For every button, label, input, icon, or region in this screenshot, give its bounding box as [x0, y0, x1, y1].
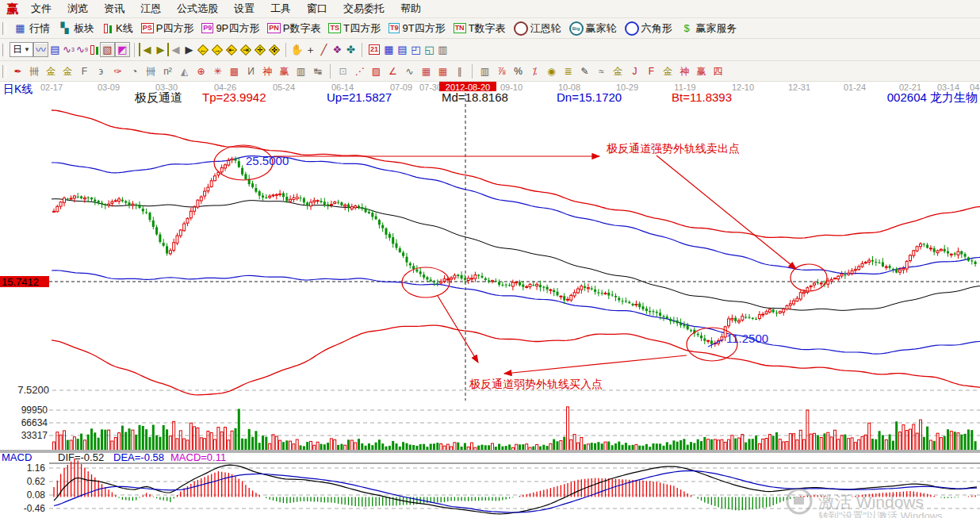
cycle-tool-icon[interactable]: ✤ — [344, 43, 358, 56]
time-cycle-icon[interactable]: ◔ — [126, 64, 143, 79]
golden-section-icon[interactable]: 金 — [43, 64, 59, 79]
menu-item-browse[interactable]: 浏览 — [59, 2, 96, 14]
menu-item-trade-order[interactable]: 交易委托 — [335, 2, 392, 14]
chart-canvas[interactable]: 极反通道Tp=23.9942Up=21.5827Md=18.8168Dn=15.… — [0, 91, 980, 518]
f-angle-icon[interactable]: F — [643, 64, 660, 79]
gann-ruler-icon[interactable]: 卌 — [26, 64, 43, 79]
layout-icon[interactable]: 〰 — [33, 42, 48, 57]
quickbar-gann-wheel-button[interactable]: 江恩轮 — [510, 21, 565, 36]
save-icon[interactable]: ◰ — [409, 43, 423, 56]
wave-3-icon[interactable]: ∿3 — [62, 43, 75, 56]
web-page-icon[interactable]: ◱ — [423, 43, 436, 56]
fan-lines-icon[interactable]: ⋰ — [351, 64, 368, 79]
golden-angle-icon[interactable]: 金 — [660, 64, 676, 79]
quickbar-quotes-button[interactable]: ▦行情 — [10, 21, 54, 36]
quickbar-t-square-button[interactable]: TST四方形 — [324, 21, 384, 36]
si-angle-icon[interactable]: 四 — [710, 64, 726, 79]
square-of-nine-icon[interactable]: n² — [159, 64, 176, 79]
quickbar-kline-button[interactable]: K线 — [98, 21, 137, 36]
fan-box-icon[interactable]: ▨ — [368, 64, 385, 79]
wave-n-icon[interactable]: И — [243, 64, 259, 79]
crosshair-icon[interactable]: ＋ — [304, 43, 317, 56]
candle-style-icon[interactable] — [89, 44, 100, 56]
next-bar-icon[interactable]: ▶ — [182, 43, 196, 56]
ruler-icon[interactable]: 卌 — [143, 64, 159, 79]
brush-tool-icon[interactable]: ✑ — [109, 64, 126, 79]
wave-tool-icon[interactable]: ≈ — [593, 64, 610, 79]
zoom-left-icon[interactable]: ← — [197, 44, 209, 56]
price-ruler-icon[interactable]: ▥ — [477, 64, 493, 79]
menu-item-file[interactable]: 文件 — [23, 2, 59, 14]
svg-text:Tp=23.9942: Tp=23.9942 — [202, 91, 266, 104]
period-day-icon[interactable]: 日▼ — [10, 42, 33, 57]
circle-cross-icon[interactable]: ⊕ — [193, 64, 209, 79]
svg-text:25.5000: 25.5000 — [246, 154, 289, 167]
quickbar-winner-service-button[interactable]: $赢家服务 — [676, 21, 741, 36]
last-bar-icon[interactable]: ▶ — [154, 43, 169, 56]
info-panel-icon[interactable]: ▤ — [48, 43, 62, 56]
wave-9-icon[interactable]: ∿9 — [75, 43, 89, 56]
j-angle-icon[interactable]: J — [626, 64, 643, 79]
gann-grid-icon[interactable]: ▩ — [226, 64, 243, 79]
prev-bar-icon[interactable]: ◀ — [169, 43, 182, 56]
menu-item-help[interactable]: 帮助 — [392, 2, 429, 14]
ying-angle-icon[interactable]: 赢 — [693, 64, 710, 79]
quickbar-t-number-table-button[interactable]: TNT数字表 — [450, 21, 510, 36]
zoom-in-all-icon[interactable]: ✛ — [254, 44, 266, 56]
quickbar-hexagon-button[interactable]: 六角形 — [621, 21, 676, 36]
quickbar-9t-square-button[interactable]: T99T四方形 — [385, 21, 450, 36]
menu-item-news[interactable]: 资讯 — [96, 2, 132, 14]
percent-line-icon[interactable]: ⁒ — [526, 64, 543, 79]
shen-tool-icon[interactable]: 神 — [259, 64, 276, 79]
golden-circle-icon[interactable]: ◉ — [543, 64, 560, 79]
gann-shape-icon[interactable]: ❖ — [331, 43, 344, 56]
color-chart-icon[interactable]: ◩ — [115, 42, 130, 57]
golden-section-2-icon[interactable]: 金 — [59, 64, 76, 79]
quickbar-sectors-button[interactable]: ▚板块 — [54, 21, 98, 36]
pencil-tool-icon[interactable]: ✒ — [10, 64, 26, 79]
menu-item-window[interactable]: 窗口 — [299, 2, 335, 14]
angle-tool-icon[interactable]: ◭ — [176, 64, 193, 79]
grid-red-icon[interactable]: ▦ — [418, 64, 434, 79]
box-tool-icon[interactable]: ⊡ — [335, 64, 351, 79]
gann-frame-icon[interactable]: ▧ — [100, 42, 115, 57]
golden-box-icon[interactable]: 金 — [610, 64, 626, 79]
star-burst-icon[interactable]: ✳ — [209, 64, 226, 79]
quickbar-p-square-button[interactable]: PSP四方形 — [137, 21, 198, 36]
spiral-tool-icon[interactable]: ϶ — [93, 64, 109, 79]
fib-ruler-icon[interactable]: F — [76, 64, 93, 79]
golden-lines-icon[interactable]: ≣ — [560, 64, 576, 79]
menu-item-gann[interactable]: 江恩 — [132, 2, 169, 14]
width-tool-icon[interactable]: ↹ — [309, 64, 326, 79]
drag-hand-icon[interactable]: ✋ — [290, 43, 304, 56]
quickbar-winner-wheel-button[interactable]: Big赢家轮 — [565, 21, 621, 36]
quickbar-9p-square-button[interactable]: P99P四方形 — [197, 21, 263, 36]
quickbar-p-number-table-button[interactable]: PNP数字表 — [263, 21, 324, 36]
trend-line-icon[interactable]: ╱ — [317, 43, 331, 56]
pen-2-icon[interactable]: ✎ — [576, 64, 593, 79]
zigzag-icon[interactable]: ∿ — [401, 64, 418, 79]
zoom-out-h-icon[interactable]: ⇥ — [239, 44, 252, 56]
pitchfork-icon[interactable]: ∠ — [385, 64, 401, 79]
ruler-123-icon[interactable]: ▥ — [293, 64, 309, 79]
printer-icon[interactable]: ▥ — [436, 43, 450, 56]
menu-item-settings[interactable]: 设置 — [226, 2, 262, 14]
quotes-icon: ▦ — [13, 21, 27, 35]
menu-item-tools[interactable]: 工具 — [262, 2, 299, 14]
ying-tool-icon[interactable]: 赢 — [276, 64, 293, 79]
first-bar-icon[interactable]: ◀ — [139, 43, 154, 56]
parallel-lines-icon[interactable]: ∥ — [451, 64, 468, 79]
percent-retrace-icon[interactable]: ⅞ — [493, 64, 510, 79]
shen-angle-icon[interactable]: 神 — [676, 64, 693, 79]
zoom-in-h-icon[interactable]: ⇤ — [225, 44, 238, 56]
calendar-icon[interactable]: 21 — [369, 44, 380, 55]
p-number-table-icon: PN — [267, 23, 281, 33]
data-table-icon[interactable]: ▦ — [382, 43, 396, 56]
p-square-label: P四方形 — [156, 21, 194, 36]
percent-icon[interactable]: % — [510, 64, 526, 79]
zoom-right-icon[interactable]: → — [211, 44, 224, 56]
zoom-out-all-icon[interactable]: ✜ — [268, 44, 281, 56]
report-icon[interactable]: ▤ — [396, 43, 409, 56]
menu-item-formula-stock-pick[interactable]: 公式选股 — [169, 2, 226, 14]
grid-red-2-icon[interactable]: ▦ — [434, 64, 451, 79]
